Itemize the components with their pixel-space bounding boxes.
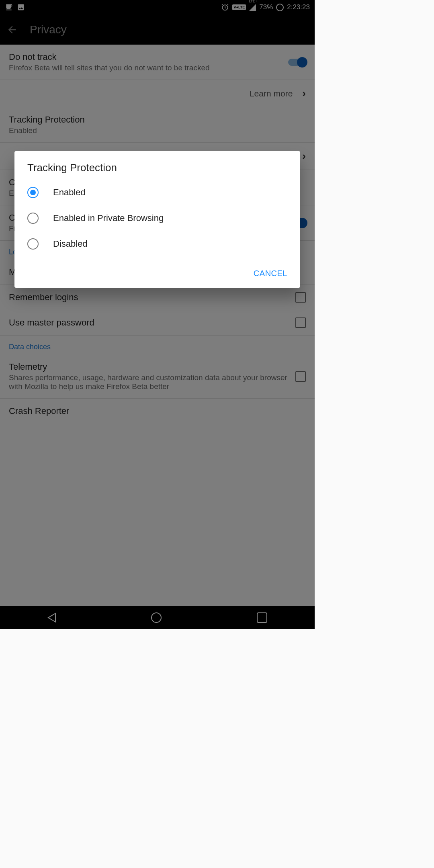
nav-home-icon[interactable] (151, 612, 162, 623)
radio-enabled[interactable] (27, 187, 39, 198)
radio-private[interactable] (27, 213, 39, 224)
navigation-bar (0, 606, 315, 629)
option-disabled[interactable]: Disabled (14, 231, 300, 257)
radio-disabled[interactable] (27, 238, 39, 250)
nav-back-icon[interactable] (47, 612, 56, 623)
option-enabled[interactable]: Enabled (14, 180, 300, 205)
dialog-title: Tracking Protection (14, 162, 300, 180)
option-enabled-private[interactable]: Enabled in Private Browsing (14, 205, 300, 231)
tracking-protection-dialog: Tracking Protection Enabled Enabled in P… (14, 151, 300, 288)
dialog-scrim[interactable] (0, 0, 315, 629)
cancel-button[interactable]: CANCEL (254, 269, 287, 278)
nav-recent-icon[interactable] (257, 612, 267, 623)
